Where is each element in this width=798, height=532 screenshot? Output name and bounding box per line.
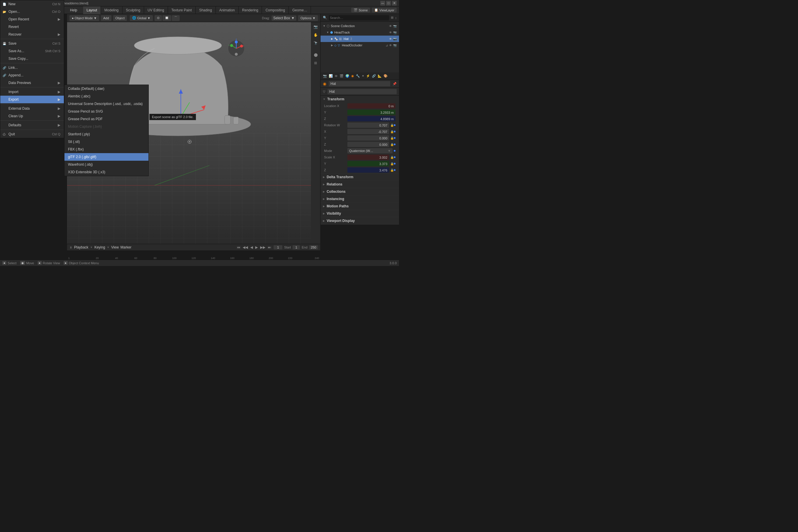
export-gpencil-pdf[interactable]: Grease Pencil as PDF — [64, 115, 149, 123]
export-usd[interactable]: Universal Scene Description (.usd, .usdc… — [64, 100, 149, 108]
transform-header[interactable]: ▼ Transform — [321, 96, 399, 103]
occluder-filter[interactable]: ⊿ — [385, 44, 388, 47]
scene-coll-eye[interactable]: 👁 — [389, 24, 392, 28]
headtrack-camera[interactable]: 📷 — [393, 31, 397, 34]
vp-tool-hand[interactable]: ✋ — [312, 32, 319, 38]
rotation-mode-val[interactable]: Quaternion (W… ▼ — [347, 148, 393, 153]
workspace-texture-paint[interactable]: Texture Paint — [168, 6, 196, 14]
outliner-hat[interactable]: ▶ 🦴 ⛓ Hat 3 👁 📷 — [321, 36, 399, 42]
play-btn[interactable]: ▶ — [254, 245, 259, 250]
prop-icon-view[interactable]: 👁 — [335, 74, 338, 78]
transform-global[interactable]: 🌐 Global ▼ — [130, 15, 153, 21]
step-fwd-btn[interactable]: ▶▶ — [260, 245, 266, 250]
file-menu-save-as[interactable]: Save As... Shift Ctrl S — [0, 47, 64, 55]
vp-tool-camera[interactable]: 📷 — [312, 23, 319, 30]
jump-end-btn[interactable]: ⏭ — [267, 245, 272, 250]
file-menu-revert[interactable]: Revert — [0, 23, 64, 31]
rotation-w-lock[interactable]: 🔒 — [390, 124, 394, 127]
hat-eye[interactable]: 👁 — [389, 37, 392, 40]
outliner-headtrack[interactable]: ▼ ⬟ HeadTrack 👁 📷 — [321, 29, 399, 36]
snap-btn[interactable]: 🔲 — [163, 15, 171, 21]
occluder-camera[interactable]: 📷 — [393, 44, 397, 47]
timeline-ruler[interactable]: 1 20 40 60 80 100 120 140 160 180 200 22… — [67, 251, 320, 260]
occluder-eye[interactable]: 👁 — [389, 44, 392, 47]
marker-label[interactable]: Marker — [120, 245, 131, 249]
delta-transform-header[interactable]: ▶ Delta Transform — [321, 173, 399, 180]
file-menu-data-previews[interactable]: Data Previews ▶ — [0, 79, 64, 87]
file-menu-save-copy[interactable]: Save Copy... — [0, 55, 64, 62]
close-button[interactable]: ✕ — [392, 1, 397, 5]
prop-icon-object[interactable]: ◉ — [351, 74, 354, 78]
vp-tool-grid[interactable]: ⊞ — [312, 59, 319, 66]
instancing-header[interactable]: ▶ Instancing — [321, 195, 399, 203]
prop-data-name[interactable]: Hat — [327, 89, 397, 94]
options-button[interactable]: Options ▼ — [298, 15, 318, 21]
step-back-btn[interactable]: ◀ — [250, 245, 253, 250]
prop-icon-modifier[interactable]: 🔧 — [356, 74, 360, 78]
scene-selector[interactable]: 🎬 Scene — [351, 7, 370, 13]
prop-icon-particles[interactable]: ✦ — [362, 74, 364, 78]
location-y-val[interactable]: 3.2933 m — [347, 110, 396, 115]
workspace-shading[interactable]: Shading — [196, 6, 216, 14]
prop-icon-data[interactable]: 📐 — [378, 74, 382, 78]
rotation-z-val[interactable]: 0.000 — [347, 142, 389, 147]
prop-pin-icon[interactable]: 📌 — [393, 82, 397, 86]
scale-z-lock[interactable]: 🔒 — [390, 169, 394, 172]
location-x-val[interactable]: 0 m — [347, 103, 396, 109]
prop-icon-render[interactable]: 📷 — [323, 74, 327, 78]
outliner-sort-icon[interactable]: ↕ — [395, 16, 397, 20]
pose-btn[interactable]: ⌒ — [172, 15, 180, 21]
file-menu-open-recent[interactable]: Open Recent ▶ — [0, 16, 64, 23]
scale-y-val[interactable]: 3.373 — [347, 161, 389, 166]
rotation-x-lock[interactable]: 🔒 — [390, 130, 394, 133]
headtrack-eye[interactable]: 👁 — [389, 31, 392, 34]
proportional-edit-btn[interactable]: ⊙ — [155, 15, 162, 21]
location-z-val[interactable]: 4.8989 m — [347, 116, 396, 121]
file-menu-recover[interactable]: Recover ▶ — [0, 31, 64, 38]
vp-tool-zoom[interactable]: 🔭 — [312, 40, 319, 47]
prop-icon-constraints[interactable]: 🔗 — [372, 74, 376, 78]
export-fbx[interactable]: FBX (.fbx) — [64, 146, 149, 153]
file-menu-export[interactable]: Export ▶ — [0, 96, 64, 103]
scale-x-lock[interactable]: 🔒 — [390, 156, 394, 159]
rotation-y-lock[interactable]: 🔒 — [390, 136, 394, 140]
prop-icon-world[interactable]: 🌍 — [345, 74, 349, 78]
outliner-search[interactable] — [329, 15, 389, 20]
view-label[interactable]: View — [111, 245, 119, 249]
export-collada[interactable]: Collada (Default) (.dae) — [64, 85, 149, 93]
collections-header[interactable]: ▶ Collections — [321, 188, 399, 195]
workspace-animation[interactable]: Animation — [216, 6, 239, 14]
export-stanford[interactable]: Stanford (.ply) — [64, 130, 149, 138]
end-frame[interactable]: 250 — [309, 245, 318, 249]
workspace-sculpting[interactable]: Sculpting — [122, 6, 144, 14]
export-gltf[interactable]: glTF 2.0 (.glb/.gltf) — [64, 153, 149, 161]
object-mode-button[interactable]: ● Object Mode ▼ — [70, 15, 99, 21]
menu-help[interactable]: Help — [67, 6, 80, 14]
scale-y-lock[interactable]: 🔒 — [390, 162, 394, 165]
scene-coll-camera[interactable]: 📷 — [393, 24, 397, 28]
start-frame[interactable]: 1 — [292, 245, 300, 249]
keying-label[interactable]: Keying — [95, 245, 105, 249]
workspace-layout[interactable]: Layout — [83, 6, 101, 14]
rotation-x-val[interactable]: -0.707 — [347, 129, 389, 134]
workspace-rendering[interactable]: Rendering — [239, 6, 262, 14]
outliner-filter-icon[interactable]: ⊞ — [391, 16, 394, 20]
relations-header[interactable]: ▶ Relations — [321, 181, 399, 188]
export-stl[interactable]: Stl (.stl) — [64, 138, 149, 146]
select-box-control[interactable]: Select Box ▼ — [271, 16, 296, 21]
file-menu-import[interactable]: Import ▶ — [0, 88, 64, 96]
hat-camera[interactable]: 📷 — [393, 37, 397, 40]
viewlayer-selector[interactable]: 📋 ViewLayer — [372, 7, 397, 13]
maximize-button[interactable]: □ — [386, 1, 391, 5]
export-alembic[interactable]: Alembic (.abc) — [64, 93, 149, 100]
prop-icon-output[interactable]: 📊 — [329, 74, 333, 78]
visibility-header[interactable]: ▶ Visibility — [321, 210, 399, 217]
file-menu-external-data[interactable]: External Data ▶ — [0, 105, 64, 112]
viewport-display-header[interactable]: ▶ Viewport Display — [321, 217, 399, 224]
rotation-z-lock[interactable]: 🔒 — [390, 143, 394, 146]
file-menu-link[interactable]: 🔗 Link... — [0, 64, 64, 72]
workspace-uv-editing[interactable]: UV Editing — [144, 6, 168, 14]
scale-z-val[interactable]: 3.476 — [347, 167, 389, 173]
prop-hat-name[interactable]: Hat — [329, 81, 390, 86]
vp-tool-sphere[interactable]: ⬤ — [312, 51, 319, 58]
